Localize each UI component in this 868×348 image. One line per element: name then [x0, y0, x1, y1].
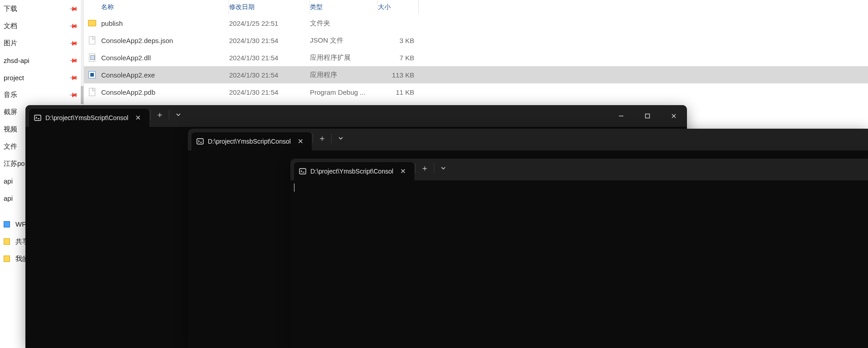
file-size: 113 KB	[378, 71, 419, 79]
terminal-tab-title: D:\project\YmsbScript\Consol	[208, 138, 291, 145]
nav-item-label: 图片	[4, 39, 17, 48]
folder-icon	[88, 19, 97, 28]
terminal-tab-title: D:\project\YmsbScript\Consol	[45, 114, 128, 121]
file-date: 2024/1/30 21:54	[229, 71, 310, 79]
pin-icon: 📌	[69, 4, 78, 14]
terminal-titlebar[interactable]: D:\project\YmsbScript\Consol ✕ ＋	[25, 105, 687, 127]
file-type: 文件夹	[310, 19, 378, 28]
file-row[interactable]: ConsoleApp2.deps.json2024/1/30 21:54JSON…	[84, 32, 868, 49]
nav-item-label: zhsd-api	[4, 57, 29, 64]
file-name: ConsoleApp2.dll	[101, 54, 229, 62]
nav-scrollbar-thumb[interactable]	[81, 86, 83, 104]
pin-icon: 📌	[69, 72, 78, 82]
file-name: ConsoleApp2.exe	[101, 71, 229, 79]
pin-icon: 📌	[69, 21, 78, 31]
nav-item-label: 下载	[4, 5, 17, 13]
terminal-body[interactable]	[290, 180, 868, 348]
svg-rect-2	[646, 114, 650, 118]
file-name: ConsoleApp2.deps.json	[101, 37, 229, 44]
terminal-titlebar[interactable]: D:\project\YmsbScript\Consol ✕ ＋	[188, 129, 868, 150]
nav-item[interactable]: 图片📌	[0, 34, 83, 52]
close-window-button[interactable]	[661, 105, 687, 127]
new-tab-button[interactable]: ＋	[417, 161, 433, 175]
pin-icon: 📌	[69, 90, 78, 100]
new-tab-button[interactable]: ＋	[152, 107, 168, 122]
tab-separator	[313, 133, 313, 143]
exe-icon	[88, 70, 97, 79]
nav-item-label: 截屏	[4, 108, 17, 116]
tab-separator	[169, 110, 169, 120]
file-icon	[88, 36, 97, 45]
file-type: 应用程序	[310, 71, 378, 79]
file-icon	[88, 87, 97, 97]
file-row[interactable]: ConsoleApp2.pdb2024/1/30 21:54Program De…	[84, 83, 868, 101]
file-name: ConsoleApp2.pdb	[101, 88, 229, 96]
file-list-header[interactable]: 名称 修改日期 类型 大小	[84, 0, 868, 14]
file-row[interactable]: ConsoleApp2.exe2024/1/30 21:54应用程序113 KB	[84, 66, 868, 83]
terminal-tab[interactable]: D:\project\YmsbScript\Consol ✕	[191, 132, 312, 150]
nav-item-label: api	[4, 194, 13, 202]
nav-item-label: 文档	[4, 22, 17, 30]
tab-close-button[interactable]: ✕	[132, 114, 145, 122]
tab-close-button[interactable]: ✕	[294, 137, 307, 145]
pin-icon: 📌	[69, 38, 78, 48]
terminal-icon	[34, 114, 42, 122]
file-type: JSON 文件	[310, 36, 378, 45]
file-date: 2024/1/30 21:54	[229, 37, 310, 44]
file-type: Program Debug ...	[310, 88, 378, 96]
file-type: 应用程序扩展	[310, 53, 378, 62]
file-size: 3 KB	[378, 37, 419, 44]
terminal-tab[interactable]: D:\project\YmsbScript\Consol ✕	[29, 109, 149, 127]
text-cursor	[294, 184, 294, 192]
nav-item-label: 江苏po	[4, 160, 25, 168]
nav-item-label: 视频	[4, 125, 17, 134]
file-date: 2024/1/30 21:54	[229, 88, 310, 96]
folder-icon	[4, 221, 10, 227]
terminal-tab[interactable]: D:\project\YmsbScript\Consol ✕	[294, 162, 414, 180]
folder-icon	[4, 256, 10, 262]
nav-item-label: 音乐	[4, 91, 17, 99]
nav-item-label: project	[4, 74, 24, 82]
file-size: 11 KB	[378, 88, 419, 96]
maximize-button[interactable]	[634, 105, 661, 127]
file-name: publish	[101, 19, 229, 27]
terminal-window-3[interactable]: D:\project\YmsbScript\Consol ✕ ＋	[290, 159, 868, 348]
col-header-size[interactable]: 大小	[378, 0, 419, 14]
nav-item-label: api	[4, 177, 13, 185]
file-date: 2024/1/25 22:51	[229, 19, 310, 27]
svg-rect-4	[299, 169, 306, 174]
file-date: 2024/1/30 21:54	[229, 54, 310, 62]
nav-item-label: 文件	[4, 142, 17, 151]
tab-separator	[415, 163, 416, 173]
tab-separator	[434, 163, 434, 173]
svg-rect-0	[34, 115, 41, 121]
tab-separator	[331, 133, 332, 143]
tab-dropdown-button[interactable]	[333, 131, 349, 145]
terminal-icon	[196, 137, 204, 145]
new-tab-button[interactable]: ＋	[314, 131, 330, 145]
file-row[interactable]: publish2024/1/25 22:51文件夹	[84, 14, 868, 32]
file-row[interactable]: ConsoleApp2.dll2024/1/30 21:54应用程序扩展7 KB	[84, 49, 868, 66]
pin-icon: 📌	[69, 55, 78, 65]
tab-close-button[interactable]: ✕	[397, 167, 410, 175]
nav-item[interactable]: 文档📌	[0, 17, 83, 34]
dll-icon	[88, 53, 97, 62]
svg-rect-3	[197, 139, 203, 144]
col-header-date[interactable]: 修改日期	[229, 0, 310, 14]
tab-dropdown-button[interactable]	[435, 161, 451, 175]
nav-item[interactable]: zhsd-api📌	[0, 52, 83, 69]
tab-separator	[150, 110, 151, 120]
terminal-icon	[299, 167, 307, 175]
folder-icon	[4, 238, 10, 245]
tab-dropdown-button[interactable]	[170, 107, 186, 122]
minimize-button[interactable]	[608, 105, 634, 127]
file-size: 7 KB	[378, 54, 419, 62]
terminal-tab-title: D:\project\YmsbScript\Consol	[310, 168, 393, 175]
nav-item[interactable]: 下载📌	[0, 0, 83, 17]
terminal-titlebar[interactable]: D:\project\YmsbScript\Consol ✕ ＋	[290, 159, 868, 180]
window-controls	[608, 105, 687, 127]
nav-item[interactable]: project📌	[0, 69, 83, 86]
col-header-name[interactable]: 名称	[84, 0, 229, 14]
nav-item[interactable]: 音乐📌	[0, 86, 83, 103]
col-header-type[interactable]: 类型	[310, 0, 378, 14]
